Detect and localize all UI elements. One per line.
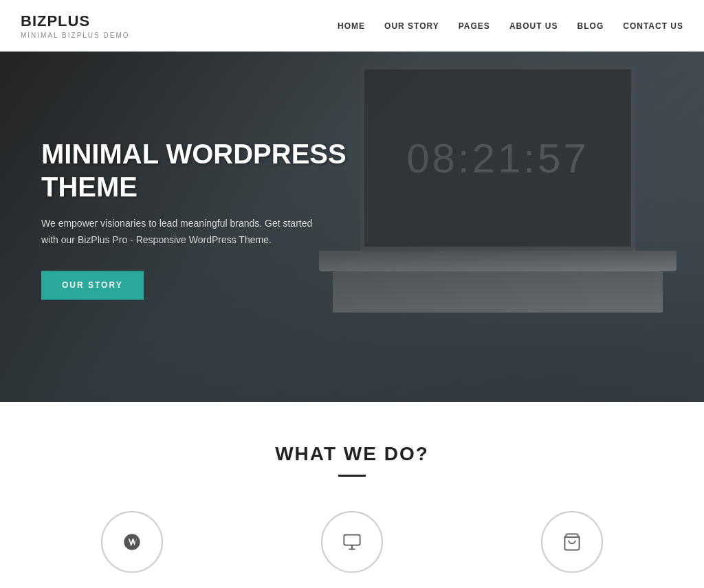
hero-content: MINIMAL WORDPRESS THEME We empower visio… xyxy=(41,137,399,299)
section-divider xyxy=(338,475,366,477)
nav-item-our-story[interactable]: OUR STORY xyxy=(384,21,439,31)
card-icon-web-dev xyxy=(321,511,383,573)
hero-section: 08:21:57 MINIMAL WORDPRESS THEME We empo… xyxy=(0,52,704,402)
logo-title: BIZPLUS xyxy=(21,12,130,30)
nav-item-pages[interactable]: PAGES xyxy=(459,21,490,31)
card-web-dev: WEB DEVELOMPMENTTo change your life on a… xyxy=(242,511,462,588)
logo-area: BIZPLUS MINIMAL BIZPLUS DEMO xyxy=(21,12,130,39)
logo-subtitle: MINIMAL BIZPLUS DEMO xyxy=(21,32,130,39)
card-wordpress: WORDPRESSWordPress is a web application … xyxy=(22,511,242,588)
header: BIZPLUS MINIMAL BIZPLUS DEMO HOMEOUR STO… xyxy=(0,0,704,52)
nav-item-about-us[interactable]: ABOUT US xyxy=(509,21,558,31)
nav-item-home[interactable]: HOME xyxy=(338,21,365,31)
nav-item-blog[interactable]: BLOG xyxy=(578,21,604,31)
hero-cta-button[interactable]: OUR STORY xyxy=(41,271,144,299)
cards-row: WORDPRESSWordPress is a web application … xyxy=(22,511,682,588)
section-title: WHAT WE DO? xyxy=(21,443,683,465)
hero-title: MINIMAL WORDPRESS THEME xyxy=(41,137,399,203)
svg-rect-0 xyxy=(344,535,360,545)
card-icon-wordpress xyxy=(101,511,163,573)
what-we-do-section: WHAT WE DO? WORDPRESSWordPress is a web … xyxy=(0,402,704,588)
card-icon-woocommerce xyxy=(541,511,603,573)
nav-item-contact-us[interactable]: CONTACT US xyxy=(623,21,683,31)
card-woocommerce: WOOCOMMERCEWooCommerce is a free ecommer… xyxy=(462,511,682,588)
main-nav: HOMEOUR STORYPAGESABOUT USBLOGCONTACT US xyxy=(338,21,683,31)
hero-subtitle: We empower visionaries to lead meaningfu… xyxy=(41,216,316,249)
